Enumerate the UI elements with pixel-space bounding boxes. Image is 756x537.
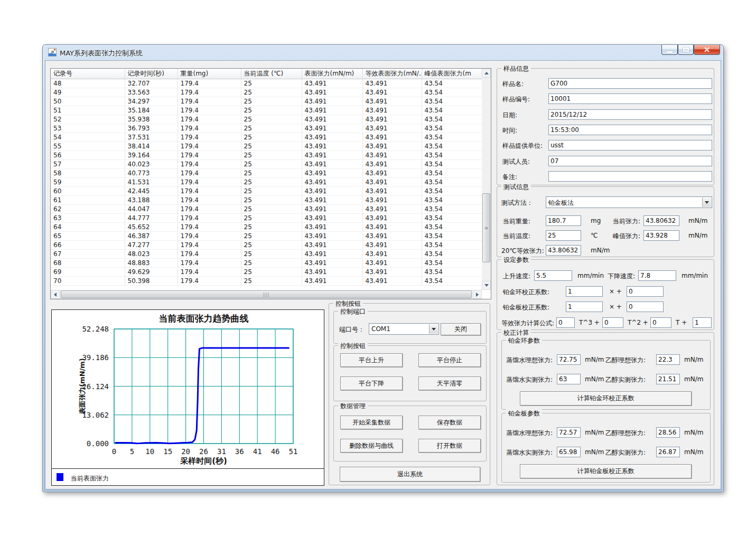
delete-data-button[interactable]: 删除数据与曲线 — [340, 439, 403, 453]
maximize-button[interactable] — [678, 45, 694, 55]
close-port-button[interactable]: 关闭 — [441, 323, 481, 335]
plate-water-ideal-input[interactable] — [557, 427, 581, 438]
title-bar[interactable]: MAY系列表面张力控制系统 — [43, 45, 723, 60]
balance-zero-button[interactable]: 天平清零 — [418, 376, 481, 390]
vertical-scroll-thumb[interactable]: ≡ — [482, 193, 490, 262]
table-row[interactable]: 6546.387179.42543.49143.49143.54 — [51, 231, 483, 240]
minimize-button[interactable] — [661, 45, 678, 55]
table-row[interactable]: 6143.188179.42543.49143.49143.54 — [51, 195, 483, 204]
table-row[interactable]: 6848.883179.42543.49143.49143.54 — [51, 258, 483, 267]
column-header[interactable]: 等效表面张力(mN/... — [362, 69, 422, 79]
column-header[interactable]: 当前温度 (℃) — [241, 69, 302, 79]
current-temp-input[interactable] — [546, 230, 581, 241]
platform-stop-button[interactable]: 平台停止 — [418, 353, 481, 367]
calc-ring-coefficient-button[interactable]: 计算铂金环校正系数 — [520, 391, 692, 406]
scroll-down-button[interactable] — [482, 281, 491, 290]
formula-t0-input[interactable] — [693, 317, 712, 328]
table-cell: 43.491 — [302, 276, 362, 285]
table-row[interactable]: 5740.023179.42543.49143.49143.54 — [51, 159, 483, 168]
sample-field-input-0[interactable] — [548, 78, 712, 89]
table-vertical-scrollbar[interactable]: ≡ — [482, 69, 491, 290]
scroll-left-button[interactable] — [51, 290, 60, 299]
exit-system-button[interactable]: 退出系统 — [340, 467, 480, 482]
ring-ethanol-measured-input[interactable] — [656, 374, 680, 384]
table-row[interactable]: 6244.047179.42543.49143.49143.54 — [51, 204, 483, 213]
close-button[interactable] — [694, 45, 720, 55]
sample-field-input-5[interactable] — [548, 156, 712, 166]
plate-coeff-b-input[interactable] — [627, 302, 664, 312]
table-row[interactable]: 5639.164179.42543.49143.49143.54 — [51, 150, 483, 159]
port-select[interactable]: COM1 — [369, 323, 439, 335]
table-cell: 46.387 — [125, 231, 178, 240]
current-weight-input[interactable] — [546, 215, 581, 226]
open-data-button[interactable]: 打开数据 — [418, 439, 481, 453]
peak-tension-unit: mN/m — [688, 232, 707, 239]
ring-water-ideal-input[interactable] — [557, 354, 581, 365]
plate-water-measured-input[interactable] — [557, 447, 581, 457]
table-row[interactable]: 5336.793179.42543.49143.49143.54 — [51, 124, 483, 133]
formula-t2-input[interactable] — [602, 317, 623, 328]
table-row[interactable]: 6748.023179.42543.49143.49143.54 — [51, 249, 483, 258]
table-row[interactable]: 5034.297179.42543.49143.49143.54 — [51, 97, 483, 106]
table-row[interactable]: 4933.563179.42543.49143.49143.54 — [51, 88, 483, 97]
column-header[interactable]: 重量(mg) — [178, 69, 241, 79]
table-cell: 56 — [51, 150, 125, 159]
table-row[interactable]: 5135.184179.42543.49143.49143.54 — [51, 106, 483, 115]
ring-ethanol-ideal-input[interactable] — [656, 354, 680, 365]
calc-plate-coefficient-button[interactable]: 计算铂金板校正系数 — [520, 464, 692, 478]
table-row[interactable]: 5437.531179.42543.49143.49143.54 — [51, 133, 483, 142]
save-data-button[interactable]: 保存数据 — [418, 416, 481, 429]
table-row[interactable]: 5538.414179.42543.49143.49143.54 — [51, 142, 483, 150]
table-row[interactable]: 5941.531179.42543.49143.49143.54 — [51, 177, 483, 186]
table-row[interactable]: 5235.938179.42543.49143.49143.54 — [51, 115, 483, 124]
down-speed-input[interactable] — [638, 270, 676, 281]
ring-coeff-b-input[interactable] — [627, 286, 664, 297]
plate-coeff-k-input[interactable] — [566, 302, 603, 312]
table-cell: 43.491 — [362, 150, 422, 159]
sample-field-input-4[interactable] — [548, 140, 712, 150]
ring-coeff-k-input[interactable] — [566, 286, 603, 297]
equiv-tension-input[interactable] — [546, 245, 581, 256]
table-cell: 25 — [241, 177, 302, 186]
column-header[interactable]: 表面张力(mN/m) — [302, 69, 362, 79]
table-row[interactable]: 7050.398179.42543.49143.49143.54 — [51, 276, 483, 285]
platform-up-button[interactable]: 平台上升 — [340, 353, 403, 367]
table-row[interactable]: 6647.277179.42543.49143.49143.54 — [51, 240, 483, 249]
chevron-down-icon[interactable] — [429, 324, 438, 334]
table-horizontal-scrollbar[interactable]: ||| — [51, 290, 482, 299]
platform-down-button[interactable]: 平台下降 — [340, 376, 403, 390]
table-cell: 40.023 — [125, 159, 178, 168]
table-row[interactable]: 6042.445179.42543.49143.49143.54 — [51, 186, 483, 195]
table-row[interactable]: 4832.707179.42543.49143.49143.54 — [51, 79, 483, 88]
horizontal-scroll-thumb[interactable]: ||| — [61, 290, 472, 298]
table-row[interactable]: 6445.652179.42543.49143.49143.54 — [51, 222, 483, 231]
sample-field-input-6[interactable] — [548, 171, 712, 182]
table-cell: 34.297 — [125, 97, 178, 106]
chevron-down-icon[interactable] — [702, 197, 711, 207]
test-method-select[interactable]: 铂金板法 — [546, 196, 712, 208]
sample-field-input-3[interactable] — [548, 125, 712, 135]
peak-tension-input[interactable] — [643, 230, 679, 241]
sample-field-input-1[interactable] — [548, 93, 712, 104]
formula-t3-input[interactable] — [556, 317, 575, 328]
table-row[interactable]: 6949.629179.42543.49143.49143.54 — [51, 267, 483, 276]
up-speed-input[interactable] — [534, 270, 572, 281]
column-header[interactable]: 记录号 — [51, 69, 125, 79]
formula-t1-input[interactable] — [650, 317, 671, 328]
start-collect-button[interactable]: 开始采集数据 — [340, 416, 403, 429]
plate-ethanol-measured-input[interactable] — [656, 447, 680, 457]
table-row[interactable]: 5840.773179.42543.49143.49143.54 — [51, 168, 483, 177]
current-tension-input[interactable] — [643, 215, 679, 226]
table-row[interactable]: 6344.777179.42543.49143.49143.54 — [51, 213, 483, 222]
table-cell: 179.4 — [178, 159, 241, 168]
table-cell: 25 — [241, 159, 302, 168]
table-cell: 43.491 — [302, 249, 362, 258]
column-header[interactable]: 峰值表面张力(m — [422, 69, 483, 79]
ring-water-measured-input[interactable] — [557, 374, 581, 384]
plate-ethanol-ideal-input[interactable] — [656, 427, 680, 438]
column-header[interactable]: 记录时间(秒) — [125, 69, 178, 79]
unit-label: mN/m — [684, 375, 703, 383]
sample-field-input-2[interactable] — [548, 109, 712, 120]
scroll-right-button[interactable] — [473, 290, 482, 299]
scroll-up-button[interactable] — [482, 69, 491, 78]
